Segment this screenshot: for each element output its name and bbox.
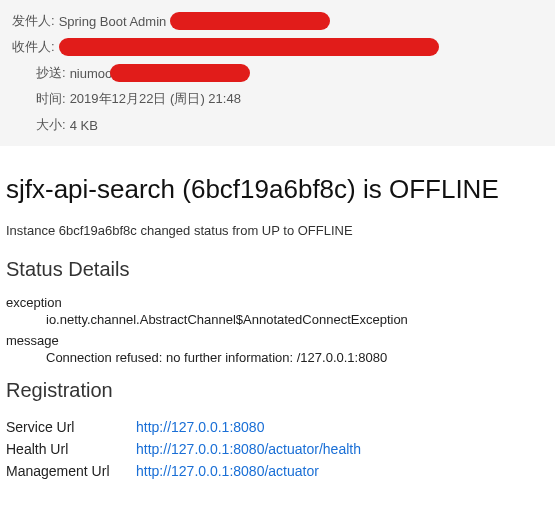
registration-heading: Registration (6, 379, 549, 402)
cc-row: 抄送: niumoo (12, 60, 543, 86)
redacted-bar-icon (170, 12, 330, 30)
table-row: Health Url http://127.0.0.1:8080/actuato… (6, 438, 361, 460)
to-label: 收件人: (12, 38, 55, 56)
size-label: 大小: (36, 116, 66, 134)
cc-value: niumoo (70, 66, 113, 81)
exception-key: exception (6, 295, 549, 310)
from-value: Spring Boot Admin (59, 14, 167, 29)
email-header: 发件人: Spring Boot Admin 收件人: 抄送: niumoo 时… (0, 0, 555, 146)
service-url-link[interactable]: http://127.0.0.1:8080 (136, 419, 264, 435)
management-url-label: Management Url (6, 460, 136, 482)
instance-status-line: Instance 6bcf19a6bf8c changed status fro… (6, 223, 549, 238)
size-row: 大小: 4 KB (12, 112, 543, 138)
page-title: sjfx-api-search (6bcf19a6bf8c) is OFFLIN… (6, 174, 549, 205)
registration-table: Service Url http://127.0.0.1:8080 Health… (6, 416, 361, 482)
time-label: 时间: (36, 90, 66, 108)
service-url-label: Service Url (6, 416, 136, 438)
time-row: 时间: 2019年12月22日 (周日) 21:48 (12, 86, 543, 112)
exception-value: io.netty.channel.AbstractChannel$Annotat… (46, 312, 549, 327)
from-row: 发件人: Spring Boot Admin (12, 8, 543, 34)
table-row: Management Url http://127.0.0.1:8080/act… (6, 460, 361, 482)
management-url-link[interactable]: http://127.0.0.1:8080/actuator (136, 463, 319, 479)
time-value: 2019年12月22日 (周日) 21:48 (70, 90, 241, 108)
health-url-link[interactable]: http://127.0.0.1:8080/actuator/health (136, 441, 361, 457)
size-value: 4 KB (70, 118, 98, 133)
health-url-label: Health Url (6, 438, 136, 460)
to-row: 收件人: (12, 34, 543, 60)
status-details-heading: Status Details (6, 258, 549, 281)
table-row: Service Url http://127.0.0.1:8080 (6, 416, 361, 438)
email-body: sjfx-api-search (6bcf19a6bf8c) is OFFLIN… (0, 146, 555, 488)
redacted-bar-icon (110, 64, 250, 82)
cc-label: 抄送: (36, 64, 66, 82)
status-details: exception io.netty.channel.AbstractChann… (6, 295, 549, 365)
message-key: message (6, 333, 549, 348)
from-label: 发件人: (12, 12, 55, 30)
message-value: Connection refused: no further informati… (46, 350, 549, 365)
redacted-bar-icon (59, 38, 439, 56)
